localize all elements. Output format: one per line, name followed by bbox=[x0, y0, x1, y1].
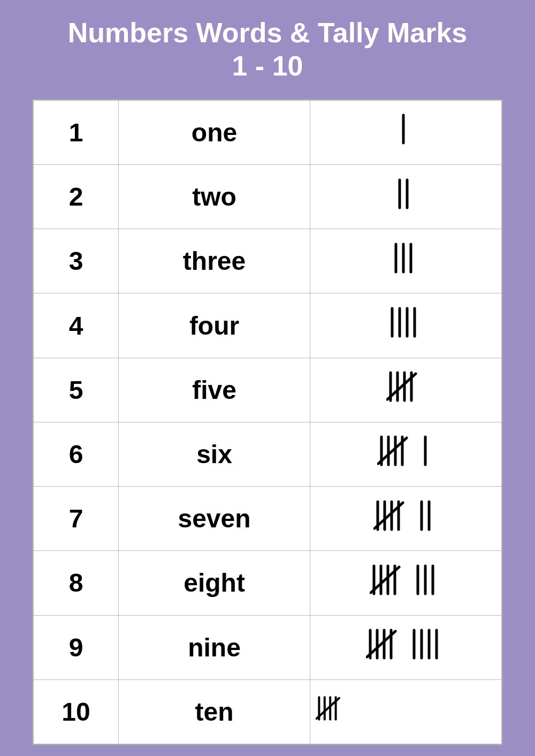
word-cell-9: nine bbox=[119, 615, 310, 679]
tally-cell-6 bbox=[310, 422, 501, 486]
word-cell-10: ten bbox=[119, 679, 310, 744]
page-title: Numbers Words & Tally Marks 1 - 10 bbox=[11, 16, 524, 83]
tally-cell-2 bbox=[310, 165, 501, 229]
tally-cell-4 bbox=[310, 293, 501, 358]
number-cell-4: 4 bbox=[34, 293, 119, 358]
word-cell-3: three bbox=[119, 229, 310, 293]
tally-cell-8 bbox=[310, 551, 501, 615]
number-cell-10: 10 bbox=[34, 679, 119, 744]
number-cell-6: 6 bbox=[34, 422, 119, 486]
table-row: 3three bbox=[34, 229, 502, 293]
number-cell-1: 1 bbox=[34, 100, 119, 164]
table-row: 5five bbox=[34, 358, 502, 422]
table-row: 10ten bbox=[34, 679, 502, 744]
word-cell-6: six bbox=[119, 422, 310, 486]
table-row: 9nine bbox=[34, 615, 502, 679]
tally-cell-3 bbox=[310, 229, 501, 293]
page-header: Numbers Words & Tally Marks 1 - 10 bbox=[0, 0, 535, 94]
word-cell-2: two bbox=[119, 165, 310, 229]
number-cell-9: 9 bbox=[34, 615, 119, 679]
word-cell-1: one bbox=[119, 100, 310, 164]
table-row: 2two bbox=[34, 165, 502, 229]
numbers-table: 1one2two3three4four5five6six7seven8eight… bbox=[33, 100, 502, 744]
table-row: 7seven bbox=[34, 487, 502, 551]
table-row: 1one bbox=[34, 100, 502, 164]
tally-cell-5 bbox=[310, 358, 501, 422]
tally-cell-9 bbox=[310, 615, 501, 679]
number-cell-5: 5 bbox=[34, 358, 119, 422]
number-cell-2: 2 bbox=[34, 165, 119, 229]
word-cell-4: four bbox=[119, 293, 310, 358]
word-cell-7: seven bbox=[119, 487, 310, 551]
word-cell-5: five bbox=[119, 358, 310, 422]
number-cell-8: 8 bbox=[34, 551, 119, 615]
number-cell-7: 7 bbox=[34, 487, 119, 551]
table-row: 6six bbox=[34, 422, 502, 486]
tally-cell-7 bbox=[310, 487, 501, 551]
main-table-container: 1one2two3three4four5five6six7seven8eight… bbox=[32, 99, 503, 745]
tally-cell-10 bbox=[310, 679, 501, 744]
word-cell-8: eight bbox=[119, 551, 310, 615]
table-row: 8eight bbox=[34, 551, 502, 615]
table-row: 4four bbox=[34, 293, 502, 358]
number-cell-3: 3 bbox=[34, 229, 119, 293]
tally-cell-1 bbox=[310, 100, 501, 164]
